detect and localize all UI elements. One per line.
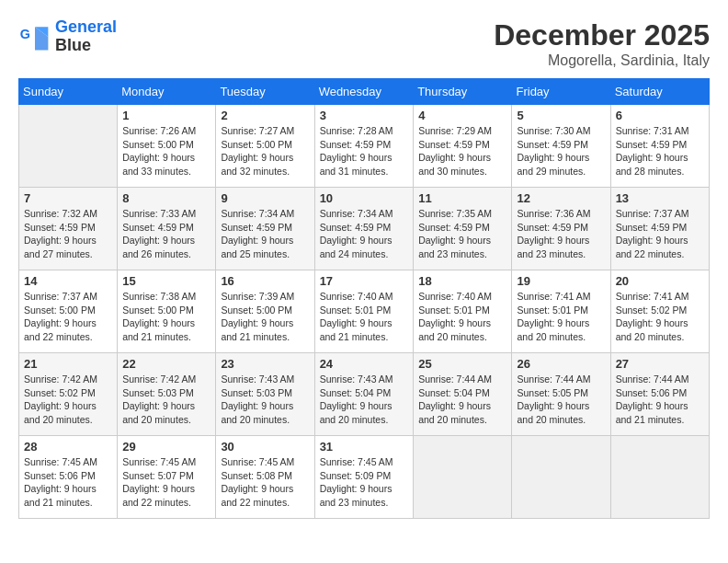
day-info: Sunrise: 7:35 AMSunset: 4:59 PMDaylight:… [418, 207, 506, 261]
day-number: 24 [320, 357, 409, 371]
day-number: 9 [221, 191, 309, 205]
day-info: Sunrise: 7:27 AMSunset: 5:00 PMDaylight:… [221, 124, 309, 178]
logo-line2: Blue [55, 36, 91, 54]
day-number: 7 [24, 191, 112, 205]
day-number: 2 [221, 109, 309, 122]
calendar-cell: 21Sunrise: 7:42 AMSunset: 5:02 PMDayligh… [19, 353, 118, 436]
day-info: Sunrise: 7:45 AMSunset: 5:08 PMDaylight:… [221, 455, 309, 510]
day-info: Sunrise: 7:45 AMSunset: 5:09 PMDaylight:… [320, 455, 409, 510]
day-number: 16 [221, 274, 309, 288]
day-number: 23 [221, 357, 309, 371]
calendar-week-row: 7Sunrise: 7:32 AMSunset: 4:59 PMDaylight… [19, 188, 710, 270]
calendar-cell: 3Sunrise: 7:28 AMSunset: 4:59 PMDaylight… [314, 105, 414, 188]
calendar-cell: 5Sunrise: 7:30 AMSunset: 4:59 PMDaylight… [512, 105, 610, 188]
calendar-week-row: 28Sunrise: 7:45 AMSunset: 5:06 PMDayligh… [19, 436, 710, 519]
calendar-header-row: SundayMondayTuesdayWednesdayThursdayFrid… [19, 79, 710, 105]
day-info: Sunrise: 7:41 AMSunset: 5:02 PMDaylight:… [616, 290, 704, 344]
day-number: 14 [24, 274, 112, 288]
day-info: Sunrise: 7:28 AMSunset: 4:59 PMDaylight:… [320, 124, 409, 178]
day-info: Sunrise: 7:37 AMSunset: 4:59 PMDaylight:… [616, 207, 704, 261]
calendar-cell: 17Sunrise: 7:40 AMSunset: 5:01 PMDayligh… [314, 270, 414, 353]
day-number: 6 [616, 109, 704, 122]
calendar-cell: 27Sunrise: 7:44 AMSunset: 5:06 PMDayligh… [610, 353, 709, 436]
day-number: 28 [24, 440, 112, 454]
weekday-header: Friday [512, 79, 610, 105]
day-info: Sunrise: 7:40 AMSunset: 5:01 PMDaylight:… [320, 290, 409, 344]
day-info: Sunrise: 7:33 AMSunset: 4:59 PMDaylight:… [122, 207, 210, 261]
calendar-cell [610, 436, 709, 519]
day-number: 22 [122, 357, 210, 371]
day-number: 15 [122, 274, 210, 288]
calendar-cell: 8Sunrise: 7:33 AMSunset: 4:59 PMDaylight… [118, 188, 216, 270]
day-info: Sunrise: 7:43 AMSunset: 5:04 PMDaylight:… [320, 373, 409, 427]
calendar-cell: 26Sunrise: 7:44 AMSunset: 5:05 PMDayligh… [512, 353, 610, 436]
calendar-cell: 4Sunrise: 7:29 AMSunset: 4:59 PMDaylight… [414, 105, 512, 188]
calendar-cell: 2Sunrise: 7:27 AMSunset: 5:00 PMDaylight… [216, 105, 314, 188]
day-number: 29 [122, 440, 210, 454]
day-number: 27 [616, 357, 704, 371]
calendar-cell: 6Sunrise: 7:31 AMSunset: 4:59 PMDaylight… [610, 105, 709, 188]
day-number: 21 [24, 357, 112, 371]
calendar-cell: 24Sunrise: 7:43 AMSunset: 5:04 PMDayligh… [314, 353, 414, 436]
calendar-week-row: 14Sunrise: 7:37 AMSunset: 5:00 PMDayligh… [19, 270, 710, 353]
calendar-cell: 20Sunrise: 7:41 AMSunset: 5:02 PMDayligh… [610, 270, 709, 353]
day-number: 26 [517, 357, 605, 371]
day-info: Sunrise: 7:42 AMSunset: 5:03 PMDaylight:… [122, 373, 210, 427]
day-number: 5 [517, 109, 605, 122]
title-block: December 2025 Mogorella, Sardinia, Italy [494, 18, 710, 69]
day-number: 1 [122, 109, 210, 122]
calendar-cell: 15Sunrise: 7:38 AMSunset: 5:00 PMDayligh… [118, 270, 216, 353]
day-info: Sunrise: 7:44 AMSunset: 5:06 PMDaylight:… [616, 373, 704, 427]
day-info: Sunrise: 7:38 AMSunset: 5:00 PMDaylight:… [122, 290, 210, 344]
calendar-cell: 13Sunrise: 7:37 AMSunset: 4:59 PMDayligh… [610, 188, 709, 270]
weekday-header: Thursday [414, 79, 512, 105]
month-title: December 2025 [494, 18, 710, 52]
page-header: G General Blue December 2025 Mogorella, … [18, 18, 710, 69]
day-info: Sunrise: 7:42 AMSunset: 5:02 PMDaylight:… [24, 373, 112, 427]
day-info: Sunrise: 7:43 AMSunset: 5:03 PMDaylight:… [221, 373, 309, 427]
day-info: Sunrise: 7:32 AMSunset: 4:59 PMDaylight:… [24, 207, 112, 261]
calendar-week-row: 21Sunrise: 7:42 AMSunset: 5:02 PMDayligh… [19, 353, 710, 436]
day-number: 11 [418, 191, 506, 205]
day-number: 19 [517, 274, 605, 288]
calendar-cell: 29Sunrise: 7:45 AMSunset: 5:07 PMDayligh… [118, 436, 216, 519]
location-title: Mogorella, Sardinia, Italy [494, 52, 710, 69]
calendar-cell: 19Sunrise: 7:41 AMSunset: 5:01 PMDayligh… [512, 270, 610, 353]
logo-icon: G [18, 20, 51, 53]
day-number: 13 [616, 191, 704, 205]
day-info: Sunrise: 7:34 AMSunset: 4:59 PMDaylight:… [221, 207, 309, 261]
calendar-cell: 28Sunrise: 7:45 AMSunset: 5:06 PMDayligh… [19, 436, 118, 519]
calendar-cell: 18Sunrise: 7:40 AMSunset: 5:01 PMDayligh… [414, 270, 512, 353]
day-info: Sunrise: 7:30 AMSunset: 4:59 PMDaylight:… [517, 124, 605, 178]
day-info: Sunrise: 7:37 AMSunset: 5:00 PMDaylight:… [24, 290, 112, 344]
day-info: Sunrise: 7:39 AMSunset: 5:00 PMDaylight:… [221, 290, 309, 344]
day-info: Sunrise: 7:45 AMSunset: 5:06 PMDaylight:… [24, 455, 112, 510]
weekday-header: Monday [118, 79, 216, 105]
day-number: 25 [418, 357, 506, 371]
day-number: 20 [616, 274, 704, 288]
day-info: Sunrise: 7:34 AMSunset: 4:59 PMDaylight:… [320, 207, 409, 261]
day-info: Sunrise: 7:26 AMSunset: 5:00 PMDaylight:… [122, 124, 210, 178]
weekday-header: Saturday [610, 79, 709, 105]
day-info: Sunrise: 7:45 AMSunset: 5:07 PMDaylight:… [122, 455, 210, 510]
day-info: Sunrise: 7:31 AMSunset: 4:59 PMDaylight:… [616, 124, 704, 178]
day-number: 18 [418, 274, 506, 288]
calendar-cell: 30Sunrise: 7:45 AMSunset: 5:08 PMDayligh… [216, 436, 314, 519]
weekday-header: Wednesday [314, 79, 414, 105]
calendar-cell: 25Sunrise: 7:44 AMSunset: 5:04 PMDayligh… [414, 353, 512, 436]
day-info: Sunrise: 7:36 AMSunset: 4:59 PMDaylight:… [517, 207, 605, 261]
calendar-cell [414, 436, 512, 519]
calendar-cell: 23Sunrise: 7:43 AMSunset: 5:03 PMDayligh… [216, 353, 314, 436]
day-number: 10 [320, 191, 409, 205]
calendar-cell: 12Sunrise: 7:36 AMSunset: 4:59 PMDayligh… [512, 188, 610, 270]
logo-line1: General [55, 17, 117, 36]
calendar-cell: 7Sunrise: 7:32 AMSunset: 4:59 PMDaylight… [19, 188, 118, 270]
calendar-cell: 10Sunrise: 7:34 AMSunset: 4:59 PMDayligh… [314, 188, 414, 270]
logo: G General Blue [18, 18, 117, 55]
day-number: 12 [517, 191, 605, 205]
calendar-cell [19, 105, 118, 188]
day-number: 8 [122, 191, 210, 205]
day-number: 30 [221, 440, 309, 454]
day-info: Sunrise: 7:44 AMSunset: 5:04 PMDaylight:… [418, 373, 506, 427]
weekday-header: Sunday [19, 79, 118, 105]
